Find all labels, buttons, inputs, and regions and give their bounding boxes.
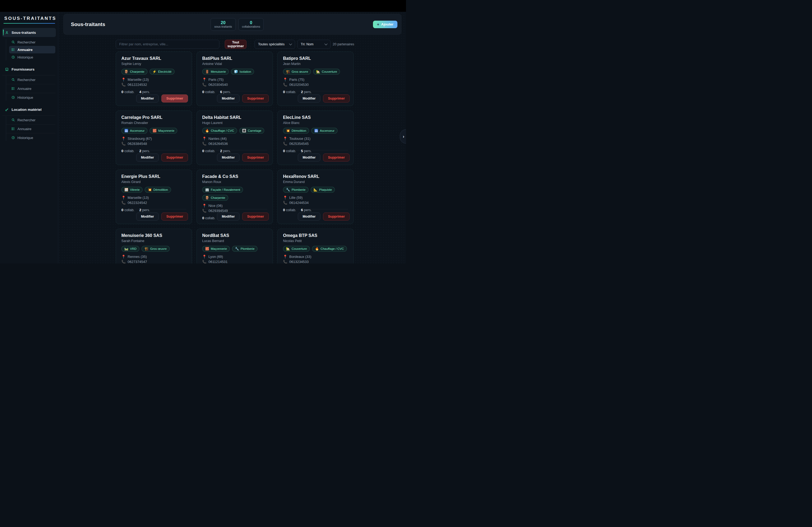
city-label: Nice (06) (208, 204, 222, 208)
modify-button[interactable]: Modifier (136, 153, 159, 162)
sidebar-item-annuaire[interactable]: Annuaire (9, 85, 55, 92)
search-input[interactable] (116, 40, 219, 49)
card-stats: 0 collab.2 pers. (121, 149, 186, 153)
collab-label: collab. (205, 216, 215, 220)
specialty-label: Charpente (211, 196, 225, 199)
partner-name: Azur Travaux SARL (121, 56, 186, 61)
sidebar-section-fournisseurs[interactable]: Fournisseurs (2, 65, 56, 74)
phone-number: 0620304540 (208, 82, 228, 87)
tag-list: 🛤️VRD🏗️Gros œuvre (121, 246, 186, 252)
location-row: 📍Nantes (44) (202, 137, 267, 140)
phone-row: 📞0629394549 (202, 209, 267, 213)
phone-icon: 📞 (283, 83, 287, 86)
sidebar-item-label: Historique (17, 55, 33, 59)
stat-label: collaborations (242, 25, 260, 28)
tag-list: 🏡Couverture🔥Chauffage / CVC (283, 246, 348, 252)
modify-button[interactable]: Modifier (298, 153, 321, 162)
sidebar-section-location-mat-riel[interactable]: Location matériel (2, 105, 56, 114)
sidebar-item-historique[interactable]: Historique (9, 94, 55, 101)
partner-contact: Emma Durand (283, 180, 348, 184)
specialty-tag: 🔳Carrelage (239, 128, 264, 134)
sidebar-item-rechercher[interactable]: Rechercher (9, 76, 55, 84)
delete-button[interactable]: Supprimer (242, 212, 269, 221)
specialty-label: Plomberie (292, 188, 306, 191)
delete-button[interactable]: Supprimer (161, 153, 188, 162)
sidebar-item-annuaire[interactable]: Annuaire (9, 46, 55, 54)
modify-button[interactable]: Modifier (136, 212, 159, 221)
partner-card: Carrelage Pro SARLRomain Chevalier🛗Ascen… (116, 110, 192, 165)
partner-contact: Sarah Fontaine (121, 239, 186, 243)
location-row: 📍Paris (75) (202, 77, 267, 81)
location-row: 📍Marseille (13) (121, 196, 186, 200)
specialty-label: Vitrerie (130, 188, 140, 191)
stat-label: sous-traitants (214, 25, 232, 28)
specialty-icon: 💥 (286, 129, 290, 132)
sort-select[interactable]: Tri: Nom (297, 40, 331, 49)
collab-count: 0 (202, 90, 204, 94)
modify-button[interactable]: Modifier (217, 94, 240, 103)
collab-label: collab. (286, 149, 296, 153)
specialty-tag: 🛤️VRD (121, 246, 139, 252)
sidebar-item-rechercher[interactable]: Rechercher (9, 116, 55, 124)
delete-button[interactable]: Supprimer (161, 94, 188, 103)
pin-icon: 📍 (121, 196, 126, 199)
add-button[interactable]: + Ajouter (373, 21, 397, 28)
delete-button[interactable]: Supprimer (323, 153, 350, 162)
sidebar-sublist: RechercherAnnuaireHistorique (6, 75, 58, 101)
phone-number: 0610204530 (289, 82, 308, 87)
card-stats: 0 collab.6 pers. (283, 208, 348, 212)
divider (6, 124, 55, 124)
partner-contact: Nicolas Petit (283, 239, 348, 243)
sidebar-item-rechercher[interactable]: Rechercher (9, 39, 55, 46)
sidebar-item-label: Rechercher (17, 78, 35, 82)
collab-count: 0 (202, 149, 204, 153)
specialty-icon: ⚡ (153, 70, 157, 73)
user-icon (5, 31, 9, 35)
location-row: 📍Toulouse (31) (283, 137, 348, 140)
specialty-label: Couverture (292, 247, 307, 250)
sidebar-section-sous-traitants[interactable]: Sous-traitants (2, 28, 56, 37)
specialty-icon: 🚪 (205, 70, 209, 73)
specialty-icon: 🔥 (205, 129, 209, 132)
modify-button[interactable]: Modifier (217, 212, 240, 221)
city-label: Bordeaux (33) (289, 255, 311, 259)
delete-button[interactable]: Supprimer (323, 94, 350, 103)
modify-button[interactable]: Modifier (136, 94, 159, 103)
delete-button[interactable]: Supprimer (242, 94, 269, 103)
partner-card: Batipro SARLJean Martin🏗️Gros œuvre🏡Couv… (277, 51, 354, 106)
specialty-icon: 🏗️ (286, 70, 290, 73)
partner-card: Menuiserie 360 SASSarah Fontaine🛤️VRD🏗️G… (116, 229, 192, 264)
city-label: Toulouse (31) (289, 137, 310, 140)
modify-button[interactable]: Modifier (298, 94, 321, 103)
sidebar-item-label: Annuaire (17, 48, 32, 52)
pin-icon: 📍 (202, 255, 206, 258)
phone-icon: 📞 (121, 83, 126, 86)
phone-icon: 📞 (202, 260, 206, 264)
specialties-select-value: Toutes spécialités (258, 42, 285, 46)
pin-icon: 📍 (283, 255, 287, 258)
delete-button[interactable]: Supprimer (161, 212, 188, 221)
delete-button[interactable]: Supprimer (242, 153, 269, 162)
delete-all-button[interactable]: Tout supprimer (225, 40, 246, 49)
phone-icon: 📞 (202, 83, 206, 86)
delete-button[interactable]: Supprimer (323, 212, 350, 221)
card-actions: ModifierSupprimer (298, 153, 350, 162)
specialty-label: Isolation (240, 70, 251, 73)
sidebar-item-historique[interactable]: Historique (9, 134, 55, 141)
modify-button[interactable]: Modifier (298, 212, 321, 221)
app-logo: SOUS-TRAITANTS (4, 16, 55, 21)
sidebar-item-historique[interactable]: Historique (9, 54, 55, 61)
sidebar-item-annuaire[interactable]: Annuaire (9, 125, 55, 133)
specialties-select[interactable]: Toutes spécialités (255, 40, 295, 49)
card-actions: ModifierSupprimer (298, 94, 350, 103)
card-actions: ModifierSupprimer (217, 153, 269, 162)
specialty-tag: 🏗️Gros œuvre (142, 246, 170, 252)
specialty-icon: 🔧 (286, 188, 290, 191)
modify-button[interactable]: Modifier (217, 153, 240, 162)
panel-toggle[interactable]: › (400, 129, 406, 144)
tag-list: 🪟Vitrerie💥Démolition (121, 187, 186, 193)
specialty-tag: 🏢Façade / Ravalement (202, 187, 243, 193)
card-stats: 0 collab.2 pers. (121, 208, 186, 212)
specialty-tag: 🛗Ascenseur (121, 128, 147, 134)
specialty-label: VRD (130, 247, 136, 250)
